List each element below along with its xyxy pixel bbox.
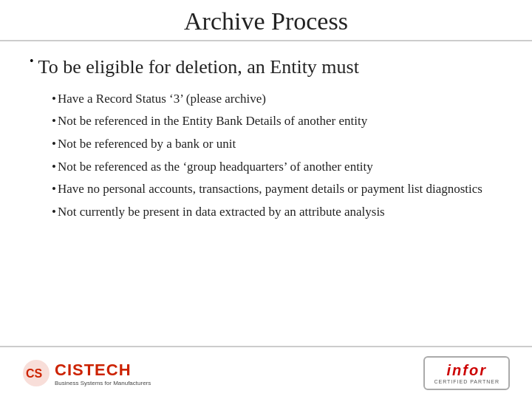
sub-bullet-dot-2: •: [52, 112, 56, 131]
sub-bullet-dot-6: •: [52, 203, 56, 222]
main-bullet: • To be eligible for deletion, an Entity…: [30, 55, 502, 80]
content-section: • To be eligible for deletion, an Entity…: [0, 41, 532, 346]
header-section: Archive Process: [0, 0, 532, 41]
infor-certified-label: CERTIFIED PARTNER: [434, 379, 499, 384]
list-item: • Not be referenced as the ‘group headqu…: [52, 158, 502, 177]
main-bullet-dot: •: [30, 55, 37, 68]
sub-bullet-dot-1: •: [52, 90, 56, 109]
sub-bullet-dot-4: •: [52, 158, 56, 177]
page-container: Archive Process • To be eligible for del…: [0, 0, 532, 399]
cistech-logo-graphic: CS CISTECH Business Systems for Manufact…: [22, 359, 151, 387]
cistech-name: CISTECH: [55, 361, 151, 380]
list-item: • Not be referenced in the Entity Bank D…: [52, 112, 502, 131]
sub-bullet-text-3: Not be referenced by a bank or unit: [58, 135, 236, 154]
list-item: • Have a Record Status ‘3’ (please archi…: [52, 90, 502, 109]
footer-section: CS CISTECH Business Systems for Manufact…: [0, 346, 532, 399]
sub-bullet-dot-5: •: [52, 180, 56, 199]
sub-bullet-text-6: Not currently be present in data extract…: [58, 203, 385, 222]
sub-bullet-text-4: Not be referenced as the ‘group headquar…: [58, 158, 373, 177]
infor-name: infor: [446, 362, 486, 379]
sub-bullet-dot-3: •: [52, 135, 56, 154]
cistech-tagline: Business Systems for Manufacturers: [55, 380, 151, 386]
cistech-text-area: CISTECH Business Systems for Manufacture…: [55, 361, 151, 386]
sub-bullet-text-5: Have no personal accounts, transactions,…: [58, 180, 482, 199]
svg-text:CS: CS: [26, 367, 43, 380]
cistech-icon: CS: [22, 359, 50, 387]
infor-badge: infor CERTIFIED PARTNER: [423, 356, 510, 390]
list-item: • Have no personal accounts, transaction…: [52, 180, 502, 199]
list-item: • Not currently be present in data extra…: [52, 203, 502, 222]
sub-bullets-list: • Have a Record Status ‘3’ (please archi…: [52, 90, 502, 222]
main-bullet-text: To be eligible for deletion, an Entity m…: [38, 55, 359, 80]
list-item: • Not be referenced by a bank or unit: [52, 135, 502, 154]
sub-bullet-text-1: Have a Record Status ‘3’ (please archive…: [58, 90, 266, 109]
sub-bullet-text-2: Not be referenced in the Entity Bank Det…: [58, 112, 367, 131]
cistech-logo: CS CISTECH Business Systems for Manufact…: [22, 359, 151, 387]
page-title: Archive Process: [30, 7, 502, 35]
